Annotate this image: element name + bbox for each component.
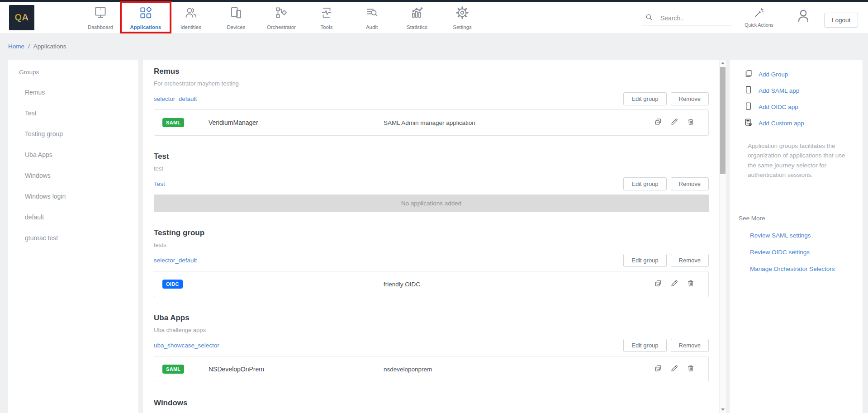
app-type-badge: SAML [162, 118, 184, 127]
group-selector-link[interactable]: selector_default [154, 95, 197, 102]
see-more-link-review-saml-settings[interactable]: Review SAML settings [750, 227, 854, 244]
sidebar-item-uba-apps[interactable]: Uba Apps [8, 144, 138, 165]
nav-item-orchestrator[interactable]: Orchestrator [259, 5, 304, 30]
edit-group-button[interactable]: Edit group [623, 92, 666, 105]
nav-item-label: Audit [366, 24, 378, 30]
clone-icon[interactable] [654, 279, 662, 289]
remove-group-button[interactable]: Remove [671, 339, 709, 352]
clone-icon[interactable] [654, 118, 662, 128]
settings-icon [455, 6, 469, 21]
sidebar-item-default[interactable]: default [8, 207, 138, 228]
group-description: tests [154, 242, 709, 248]
nav-item-label: Applications [130, 24, 161, 30]
groups-list: RemusTestTesting groupUba AppsWindowsWin… [8, 82, 138, 248]
scroll-up-arrow[interactable] [721, 62, 725, 64]
add-group-link[interactable]: Add Group [739, 66, 854, 82]
group-selector-link[interactable]: Test [154, 180, 165, 187]
actions-sidebar: Add Group Add SAML app Add OIDC app Add … [730, 60, 863, 413]
group-description: Uba challenge apps [154, 327, 709, 333]
edit-group-button[interactable]: Edit group [623, 254, 666, 267]
group-selector-row: selector_default Edit group Remove [154, 92, 709, 105]
group-selector-link[interactable]: selector_default [154, 257, 197, 264]
group-selector-link[interactable]: uba_showcase_selector [154, 342, 219, 349]
app-description: friendly OIDC [384, 281, 654, 288]
statistics-icon [410, 6, 424, 21]
sidebar-item-windows[interactable]: Windows [8, 165, 138, 186]
nav-item-dashboard[interactable]: Dashboard [78, 5, 123, 30]
app-description: SAML Admin manager application [384, 119, 654, 126]
add-saml-app-link[interactable]: Add SAML app [739, 82, 854, 99]
group-title: Uba Apps [154, 313, 709, 323]
dashboard-icon [94, 6, 107, 21]
add-group-icon [744, 69, 753, 80]
app-logo[interactable]: QA [9, 5, 34, 30]
groups-sidebar: Groups RemusTestTesting groupUba AppsWin… [8, 60, 138, 413]
see-more-link-review-oidc-settings[interactable]: Review OIDC settings [750, 244, 854, 261]
logout-button[interactable]: Logout [824, 13, 858, 28]
group-selector-row: selector_default Edit group Remove [154, 253, 709, 267]
action-link-label: Add Group [759, 71, 788, 78]
user-profile-icon[interactable] [795, 8, 811, 26]
search-icon[interactable] [645, 13, 653, 23]
app-group: Testing group tests selector_default Edi… [154, 228, 709, 297]
nav-item-label: Identities [180, 24, 201, 30]
clone-icon[interactable] [654, 364, 662, 374]
nav-item-applications[interactable]: Applications [123, 5, 168, 30]
edit-group-button[interactable]: Edit group [623, 339, 666, 352]
remove-group-button[interactable]: Remove [671, 92, 709, 105]
sidebar-item-gtureac-test[interactable]: gtureac test [8, 228, 138, 248]
quick-actions-button[interactable]: Quick Actions [743, 7, 775, 28]
group-selector-row: Test Edit group Remove [154, 177, 709, 190]
add-oidc-app-link[interactable]: Add OIDC app [739, 99, 854, 115]
applications-content: Remus For orchestrator mayhem testing se… [143, 60, 719, 413]
audit-icon [365, 6, 379, 21]
group-info-text: Application groups facilitates the organ… [748, 141, 851, 180]
nav-item-tools[interactable]: Tools [304, 5, 349, 30]
add-custom-app-link[interactable]: Add Custom app [739, 115, 854, 131]
delete-icon[interactable] [687, 364, 695, 374]
app-name: NSDevelopOnPrem [209, 366, 384, 373]
remove-group-button[interactable]: Remove [671, 177, 709, 190]
action-link-label: Add SAML app [759, 87, 799, 94]
app-name: VeridiumManager [209, 119, 384, 126]
top-nav-bar: QA Dashboard Applications Identities Dev… [0, 2, 868, 33]
edit-icon[interactable] [670, 364, 678, 374]
sidebar-item-windows-login[interactable]: Windows login [8, 186, 138, 207]
remove-group-button[interactable]: Remove [671, 254, 709, 267]
edit-icon[interactable] [670, 118, 678, 128]
action-link-label: Add Custom app [759, 120, 804, 127]
add-custom-icon [744, 118, 753, 128]
breadcrumb-home-link[interactable]: Home [8, 43, 24, 50]
delete-icon[interactable] [687, 279, 695, 289]
application-row: SAML NSDevelopOnPrem nsdeveloponprem [154, 356, 709, 382]
nav-item-settings[interactable]: Settings [440, 5, 485, 30]
breadcrumb-current: Applications [33, 43, 66, 50]
nav-item-label: Orchestrator [267, 24, 296, 30]
sidebar-item-testing-group[interactable]: Testing group [8, 123, 138, 144]
edit-icon[interactable] [670, 279, 678, 289]
group-title: Test [154, 152, 709, 161]
quick-actions-label: Quick Actions [745, 22, 773, 28]
breadcrumb-separator: / [28, 43, 30, 50]
nav-item-label: Devices [227, 24, 246, 30]
nav-item-identities[interactable]: Identities [168, 5, 213, 30]
scroll-down-arrow[interactable] [721, 408, 725, 411]
search-input[interactable] [660, 14, 724, 22]
app-type-badge: SAML [162, 365, 184, 374]
app-group: Test test Test Edit group Remove No appl… [154, 152, 709, 212]
nav-item-statistics[interactable]: Statistics [394, 5, 440, 30]
nav-item-devices[interactable]: Devices [213, 5, 259, 30]
tools-icon [320, 6, 333, 21]
nav-item-audit[interactable]: Audit [349, 5, 394, 30]
sidebar-item-test[interactable]: Test [8, 103, 138, 123]
group-title: Testing group [154, 228, 709, 237]
group-title: Windows [154, 399, 709, 408]
group-selector-row: uba_showcase_selector Edit group Remove [154, 338, 709, 352]
edit-group-button[interactable]: Edit group [623, 177, 666, 190]
see-more-label: See More [739, 215, 854, 222]
sidebar-item-remus[interactable]: Remus [8, 82, 138, 103]
scrollbar-thumb[interactable] [720, 67, 726, 174]
see-more-link-manage-orchestrator-selectors[interactable]: Manage Orchestrator Selectors [750, 261, 854, 277]
breadcrumb: Home / Applications [0, 33, 868, 60]
delete-icon[interactable] [687, 118, 695, 128]
